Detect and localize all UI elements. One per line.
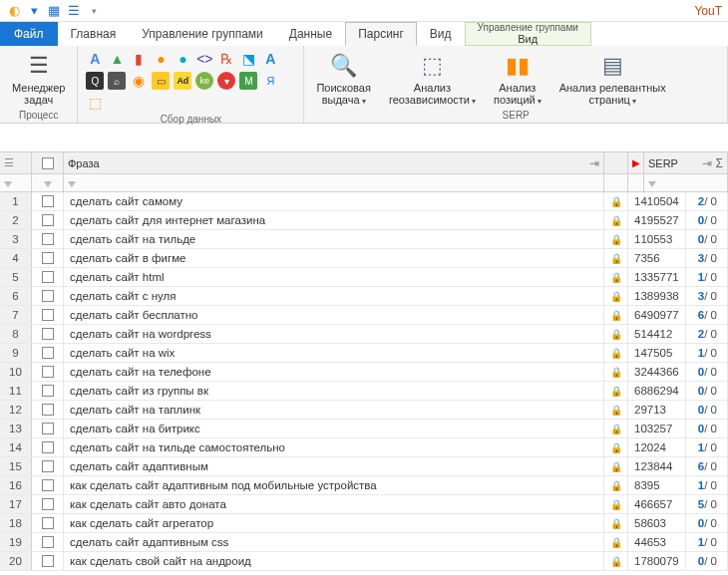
table-row[interactable]: 11сделать сайт из группы вк🔒68862940 / 0 [0, 382, 728, 401]
position-analysis-button[interactable]: ▮▮ Анализ позиций [490, 50, 546, 108]
row-checkbox-cell[interactable] [32, 495, 64, 513]
tab-main[interactable]: Главная [58, 22, 130, 46]
phrase-cell[interactable]: сделать сайт на wordpress [64, 325, 604, 343]
q-icon[interactable]: Q [86, 72, 104, 90]
row-checkbox[interactable] [42, 271, 54, 283]
row-checkbox[interactable] [42, 460, 54, 472]
row-checkbox[interactable] [42, 536, 54, 548]
red-circ-icon[interactable]: ▾ [217, 72, 235, 90]
code-icon[interactable]: <> [195, 50, 213, 68]
ad-icon[interactable]: Ad [174, 72, 191, 90]
row-checkbox[interactable] [42, 385, 54, 397]
row-checkbox-cell[interactable] [32, 401, 64, 419]
table-row[interactable]: 1сделать сайт самому🔒14105042 / 0 [0, 192, 728, 211]
serp-issue-button[interactable]: 🔍 Поисковая выдача [312, 50, 375, 108]
filter-yt[interactable] [628, 174, 644, 191]
table-row[interactable]: 8сделать сайт на wordpress🔒5144122 / 0 [0, 325, 728, 344]
row-checkbox-cell[interactable] [32, 533, 64, 551]
table-row[interactable]: 19сделать сайт адаптивным css🔒446531 / 0 [0, 533, 728, 552]
task-manager-button[interactable]: ☰ Менеджер задач [8, 50, 69, 108]
phrase-cell[interactable]: сделать сайт на wix [64, 344, 604, 362]
tab-data[interactable]: Данные [276, 22, 345, 46]
phrase-cell[interactable]: сделать сайт бесплатно [64, 306, 604, 324]
row-checkbox-cell[interactable] [32, 211, 64, 229]
filter-serp[interactable] [644, 174, 728, 191]
serp-header[interactable]: SERP ⇥ Σ [644, 152, 728, 173]
row-checkbox-cell[interactable] [32, 514, 64, 532]
row-checkbox[interactable] [42, 479, 54, 491]
row-checkbox[interactable] [42, 404, 54, 416]
row-checkbox[interactable] [42, 252, 54, 264]
bars-icon[interactable]: ▮ [130, 50, 148, 68]
row-checkbox[interactable] [42, 290, 54, 302]
row-checkbox-cell[interactable] [32, 552, 64, 570]
phrase-cell[interactable]: сделать сайт в фигме [64, 249, 604, 267]
row-checkbox[interactable] [42, 517, 54, 529]
sigma-icon[interactable]: Σ [716, 156, 723, 170]
phrase-cell[interactable]: сделать сайт адаптивным css [64, 533, 604, 551]
google-ads-icon[interactable]: A [86, 50, 104, 68]
table-row[interactable]: 2сделать сайт для интернет магазина🔒4195… [0, 211, 728, 230]
phrase-cell[interactable]: сделать сайт на таплинк [64, 401, 604, 419]
phrase-cell[interactable]: сделать сайт для интернет магазина [64, 211, 604, 229]
table-row[interactable]: 18как сделать сайт агрегатор🔒586030 / 0 [0, 514, 728, 533]
filter-checkbox[interactable] [32, 174, 64, 191]
phrase-cell[interactable]: сделать сайт с нуля [64, 287, 604, 305]
row-checkbox-cell[interactable] [32, 363, 64, 381]
context-tab-groups[interactable]: Управление группами Вид [465, 22, 591, 46]
filter-phrase[interactable] [64, 174, 604, 191]
table-row[interactable]: 3сделать сайт на тильде🔒1105530 / 0 [0, 230, 728, 249]
boxes-icon[interactable]: ⬚ [86, 94, 104, 112]
phrase-cell[interactable]: как сделать свой сайт на андроид [64, 552, 604, 570]
row-checkbox[interactable] [42, 195, 54, 207]
youtube-header[interactable]: ▶ [628, 152, 644, 173]
phrase-cell[interactable]: как сделать сайт агрегатор [64, 514, 604, 532]
phrase-cell[interactable]: сделать сайт на битрикс [64, 420, 604, 437]
table-row[interactable]: 9сделать сайт на wix🔒1475051 / 0 [0, 344, 728, 363]
table-row[interactable]: 17как сделать сайт авто доната🔒4666575 /… [0, 495, 728, 514]
row-checkbox[interactable] [42, 555, 54, 567]
table-row[interactable]: 15сделать сайт адаптивным🔒1238446 / 0 [0, 457, 728, 476]
row-checkbox[interactable] [42, 214, 54, 226]
phrase-cell[interactable]: сделать сайт на телефоне [64, 363, 604, 381]
dot1-icon[interactable]: ● [152, 50, 170, 68]
r-icon[interactable]: Я [261, 72, 279, 90]
pin-icon-2[interactable]: ⇥ Σ [702, 156, 723, 170]
checkbox-header[interactable] [32, 152, 64, 173]
chart-icon[interactable]: ⬔ [239, 50, 257, 68]
google-icon[interactable]: ▲ [108, 50, 126, 68]
row-checkbox-cell[interactable] [32, 457, 64, 475]
phrase-cell[interactable]: сделать сайт самому [64, 192, 604, 210]
phrase-cell[interactable]: сделать сайт на тильде [64, 230, 604, 248]
row-checkbox[interactable] [42, 441, 54, 453]
row-checkbox-cell[interactable] [32, 306, 64, 324]
row-checkbox[interactable] [42, 423, 54, 434]
dot2-icon[interactable]: ● [174, 50, 191, 68]
m-icon[interactable]: M [239, 72, 257, 90]
file-menu[interactable]: Файл [0, 22, 58, 46]
row-checkbox[interactable] [42, 328, 54, 340]
row-checkbox-cell[interactable] [32, 476, 64, 494]
table-icon[interactable]: ☰ [66, 3, 82, 19]
filter-lock[interactable] [604, 174, 628, 191]
table-row[interactable]: 7сделать сайт бесплатно🔒64909776 / 0 [0, 306, 728, 325]
table-row[interactable]: 12сделать сайт на таплинк🔒297130 / 0 [0, 401, 728, 420]
phrase-cell[interactable]: сделать сайт из группы вк [64, 382, 604, 400]
phrase-cell[interactable]: сделать сайт html [64, 268, 604, 286]
ke-icon[interactable]: ke [195, 72, 213, 90]
save-icon[interactable]: ▾ [26, 3, 42, 19]
filter-row-number[interactable] [0, 174, 32, 191]
table-row[interactable]: 20как сделать свой сайт на андроид🔒17800… [0, 552, 728, 571]
row-checkbox-cell[interactable] [32, 230, 64, 248]
tab-view[interactable]: Вид [417, 22, 465, 46]
table-row[interactable]: 14сделать сайт на тильде самостоятельно🔒… [0, 438, 728, 457]
table-row[interactable]: 5сделать сайт html🔒13357711 / 0 [0, 268, 728, 287]
tab-groups[interactable]: Управление группами [129, 22, 276, 46]
relevance-analysis-button[interactable]: ▤ Анализ релевантных страниц [555, 50, 670, 108]
row-checkbox[interactable] [42, 366, 54, 378]
row-checkbox-cell[interactable] [32, 192, 64, 210]
row-checkbox-cell[interactable] [32, 438, 64, 456]
lock-header[interactable] [604, 152, 628, 173]
ruler-icon[interactable]: ℞ [217, 50, 235, 68]
row-number-header[interactable]: ☰ [0, 152, 32, 173]
